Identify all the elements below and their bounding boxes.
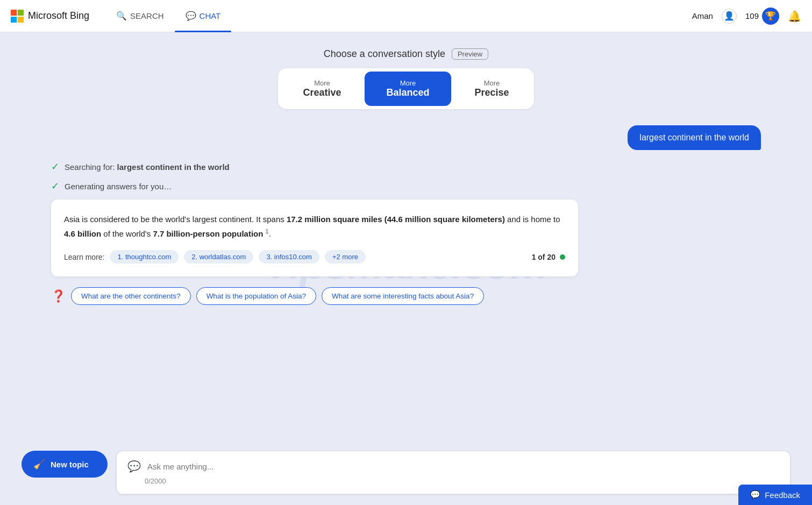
bell-icon[interactable]: 🔔 (788, 10, 801, 23)
new-topic-button[interactable]: 🧹 New topic (22, 451, 108, 478)
ask-input[interactable] (147, 462, 779, 471)
suggestion-1[interactable]: What are the other continents? (71, 287, 191, 305)
input-box: 💬 0/2000 (116, 451, 790, 494)
chat-area: largest continent in the world ✓ Searchi… (30, 125, 782, 305)
search-icon: 🔍 (116, 11, 127, 21)
trophy-icon[interactable]: 🏆 (762, 8, 779, 25)
points-count: 109 (745, 11, 759, 20)
logo-text: Microsoft Bing (28, 10, 89, 22)
green-dot (560, 254, 565, 260)
source-1[interactable]: 1. thoughtco.com (110, 250, 179, 264)
logo[interactable]: Microsoft Bing (11, 10, 89, 23)
user-name: Aman (692, 11, 713, 20)
feedback-button[interactable]: 💬 Feedback (738, 485, 812, 505)
learn-more-row: Learn more: 1. thoughtco.com 2. worldatl… (64, 250, 565, 264)
check-icon-1: ✓ (51, 161, 59, 173)
source-3[interactable]: 3. infos10.com (259, 250, 319, 264)
preview-badge: Preview (452, 48, 488, 60)
style-precise[interactable]: More Precise (453, 72, 531, 106)
style-title: Choose a conversation style Preview (324, 48, 488, 60)
status-searching: ✓ Searching for: largest continent in th… (51, 161, 761, 173)
feedback-icon: 💬 (750, 490, 760, 500)
points-badge: 109 🏆 (745, 8, 779, 25)
suggestion-3[interactable]: What are some interesting facts about As… (322, 287, 484, 305)
ms-logo-icon (11, 10, 24, 23)
main-content: Choose a conversation style Preview More… (0, 32, 812, 505)
style-balanced[interactable]: More Balanced (365, 72, 451, 106)
input-area: 🧹 New topic 💬 0/2000 (0, 442, 812, 505)
nav: 🔍 SEARCH 💬 CHAT (105, 0, 231, 32)
nav-search[interactable]: 🔍 SEARCH (105, 0, 175, 32)
status-generating: ✓ Generating answers for you… (51, 180, 761, 192)
broom-icon: 🧹 (33, 458, 45, 470)
answer-text: Asia is considered to be the world's lar… (64, 212, 565, 240)
svg-rect-3 (18, 17, 24, 23)
chat-bubble-icon: 💬 (127, 460, 141, 473)
bot-response: ✓ Searching for: largest continent in th… (51, 161, 761, 305)
source-more[interactable]: +2 more (325, 250, 366, 264)
check-icon-2: ✓ (51, 180, 59, 192)
question-icon: ❓ (51, 289, 66, 303)
suggestion-2[interactable]: What is the population of Asia? (196, 287, 316, 305)
learn-more-label: Learn more: (64, 253, 104, 261)
input-field: 💬 (127, 460, 779, 473)
header: Microsoft Bing 🔍 SEARCH 💬 CHAT Aman 👤 10… (0, 0, 812, 32)
nav-chat[interactable]: 💬 CHAT (175, 0, 232, 32)
source-2[interactable]: 2. worldatlas.com (184, 250, 253, 264)
svg-rect-0 (11, 10, 17, 16)
svg-rect-2 (11, 17, 17, 23)
count-badge: 1 of 20 (532, 253, 565, 261)
chat-nav-icon: 💬 (186, 11, 196, 21)
header-right: Aman 👤 109 🏆 🔔 (692, 8, 801, 25)
user-message: largest continent in the world (628, 125, 761, 150)
user-icon[interactable]: 👤 (722, 9, 737, 24)
suggested-questions: ❓ What are the other continents? What is… (51, 287, 761, 305)
answer-card: Asia is considered to be the world's lar… (51, 200, 578, 276)
style-buttons: More Creative More Balanced More Precise (278, 68, 533, 109)
svg-rect-1 (18, 10, 24, 16)
style-creative[interactable]: More Creative (281, 72, 362, 106)
style-chooser: Choose a conversation style Preview More… (278, 48, 533, 109)
char-count: 0/2000 (127, 477, 779, 485)
